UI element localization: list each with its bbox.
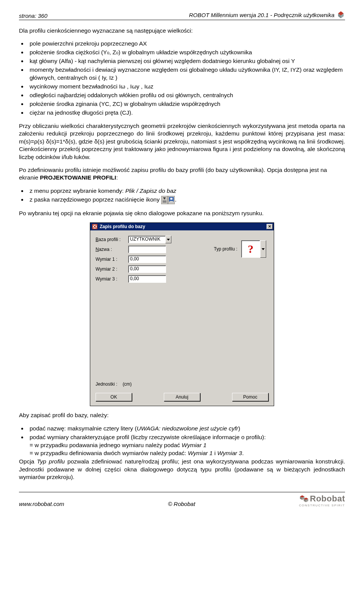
list-item: pole powierzchni przekroju poprzecznego … bbox=[27, 40, 345, 48]
list-item: momenty bezwładności i dewiacji wyznaczo… bbox=[27, 66, 345, 82]
chevron-down-icon bbox=[262, 248, 265, 250]
list-item: położenie środka zginania (YC, ZC) w glo… bbox=[27, 100, 345, 108]
footer-tagline: CONSTRUCTIVE SPIRIT bbox=[299, 504, 345, 507]
baza-profili-label: Baza profili : bbox=[96, 237, 128, 242]
typ-profilu-preview: ? bbox=[241, 240, 260, 258]
close-button[interactable]: ✕ bbox=[267, 224, 273, 229]
wymiar1-label: Wymiar 1 : bbox=[96, 257, 128, 262]
svg-rect-3 bbox=[161, 196, 168, 204]
footer-logo: Robobat CONSTRUCTIVE SPIRIT bbox=[299, 494, 345, 507]
save-steps-list: podać nazwę: maksymalnie cztery litery (… bbox=[19, 425, 345, 457]
list-item: ciężar na jednostkę długości pręta (CJ). bbox=[27, 109, 345, 117]
list-item: kąt główny (Alfa) - kąt nachylenia pierw… bbox=[27, 57, 345, 65]
footer-url: www.robobat.com bbox=[19, 501, 64, 507]
wymiar1-input[interactable]: 0,00 bbox=[128, 255, 166, 263]
save-steps-intro: Aby zapisać profil do bazy, należy: bbox=[19, 411, 345, 419]
list-item: podać nazwę: maksymalnie cztery litery (… bbox=[27, 425, 345, 433]
toolbar-save-icon bbox=[161, 196, 175, 204]
chevron-down-icon bbox=[167, 239, 170, 241]
list-item: z menu poprzez wybranie komendy: Plik / … bbox=[27, 187, 345, 195]
baza-profili-value[interactable]: UZYTKOWNIK bbox=[128, 236, 165, 243]
question-mark-icon: ? bbox=[248, 243, 254, 255]
help-button[interactable]: Pomoc bbox=[232, 393, 268, 401]
typ-profilu-label: Typ profilu : bbox=[214, 246, 237, 252]
wymiar3-label: Wymiar 3 : bbox=[96, 276, 128, 282]
list-item: z paska narzędziowego poprzez naciśnięci… bbox=[27, 196, 345, 204]
save-profile-dialog: Zapis profilu do bazy ✕ Typ profilu : ? … bbox=[90, 222, 274, 406]
header-logo-icon bbox=[337, 11, 345, 19]
wymiar2-input[interactable]: 0,00 bbox=[128, 265, 166, 273]
dialog-title-text: Zapis profilu do bazy bbox=[100, 224, 145, 229]
header-left: strona: 360 bbox=[19, 13, 47, 19]
dialog-intro: Po wybraniu tej opcji na ekranie pojawia… bbox=[19, 210, 345, 217]
nazwa-input[interactable] bbox=[128, 246, 166, 253]
jednostki-value: (cm) bbox=[122, 381, 132, 387]
list-item: wycinkowy moment bezwładności Iω , Iωy ,… bbox=[27, 83, 345, 91]
dialog-app-icon bbox=[92, 224, 98, 230]
properties-list: pole powierzchni przekroju poprzecznego … bbox=[19, 40, 345, 117]
footer-brand: Robobat bbox=[310, 494, 345, 504]
intro-text: Dla profilu cienkościennego wyznaczane s… bbox=[19, 27, 345, 35]
dialog-titlebar: Zapis profilu do bazy ✕ bbox=[90, 223, 274, 230]
list-item: podać wymiary charakteryzujące profil (l… bbox=[27, 433, 345, 457]
svg-rect-5 bbox=[163, 200, 166, 203]
page-footer: www.robobat.com © Robobat R bbox=[19, 492, 345, 507]
ok-button[interactable]: OK bbox=[96, 393, 132, 401]
svg-rect-8 bbox=[170, 198, 173, 200]
access-list: z menu poprzez wybranie komendy: Plik / … bbox=[19, 187, 345, 204]
jednostki-label: Jednostki : bbox=[96, 381, 117, 387]
baza-dropdown-button[interactable] bbox=[165, 236, 171, 243]
nazwa-label: Nazwa : bbox=[96, 247, 128, 252]
wymiar3-input[interactable]: 0,00 bbox=[128, 275, 166, 283]
save-intro-paragraph: Po zdefiniowaniu profilu istnieje możliw… bbox=[19, 166, 345, 182]
footer-copyright: © Robobat bbox=[168, 501, 195, 507]
robobat-cubes-icon bbox=[299, 495, 309, 503]
cancel-button[interactable]: Anuluj bbox=[164, 393, 200, 401]
list-item: odległości najbardziej oddalonych włókie… bbox=[27, 91, 345, 99]
list-item: położenie środka ciężkości (Y₀, Z₀) w gl… bbox=[27, 49, 345, 57]
typ-profilu-dropdown-button[interactable] bbox=[260, 240, 266, 258]
wymiar2-label: Wymiar 2 : bbox=[96, 266, 128, 272]
method-paragraph: Przy obliczaniu wielkości charakterystyc… bbox=[19, 122, 345, 161]
typ-profilu-paragraph: Opcja Typ profilu pozwala zdefiniować na… bbox=[19, 458, 345, 481]
header-right: ROBOT Millennium wersja 20.1 - Podręczni… bbox=[189, 12, 334, 18]
svg-rect-9 bbox=[170, 201, 173, 203]
page-header: strona: 360 ROBOT Millennium wersja 20.1… bbox=[19, 11, 345, 20]
baza-profili-combo[interactable]: UZYTKOWNIK bbox=[128, 236, 171, 243]
